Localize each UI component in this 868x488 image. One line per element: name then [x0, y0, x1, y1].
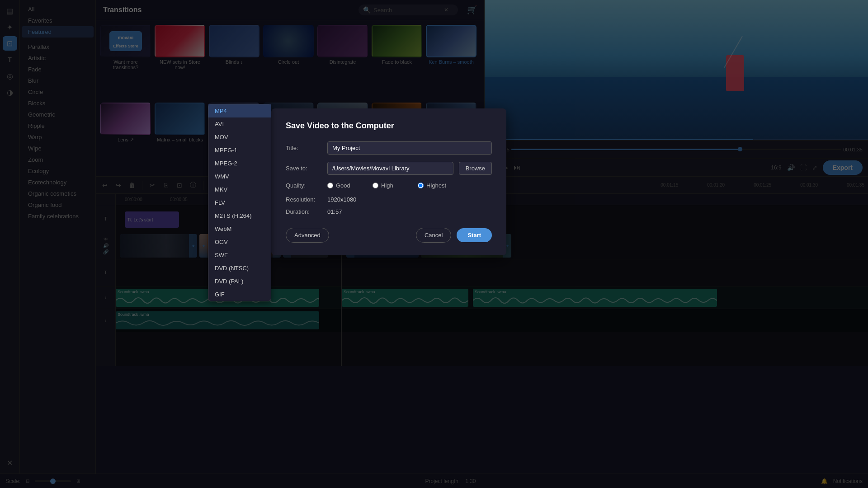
format-mov[interactable]: MOV — [208, 131, 271, 144]
format-flv[interactable]: FLV — [208, 196, 271, 209]
start-button[interactable]: Start — [457, 228, 492, 242]
save-to-row: Save to: Browse — [286, 162, 492, 175]
dialog-footer: Advanced Cancel Start — [286, 228, 492, 243]
save-path-input[interactable] — [327, 162, 453, 175]
quality-highest-radio[interactable] — [418, 183, 424, 188]
quality-high-radio[interactable] — [373, 183, 378, 188]
quality-label: Quality: — [286, 182, 322, 189]
format-mpeg1[interactable]: MPEG-1 — [208, 144, 271, 157]
quality-good[interactable]: Good — [327, 182, 363, 189]
dialog-overlay: MP4 AVI MOV MPEG-1 MPEG-2 WMV MKV FLV M2… — [0, 0, 868, 488]
format-swf[interactable]: SWF — [208, 249, 271, 262]
format-mpeg2[interactable]: MPEG-2 — [208, 157, 271, 170]
format-wmv[interactable]: WMV — [208, 170, 271, 183]
format-list: MP4 AVI MOV MPEG-1 MPEG-2 WMV MKV FLV M2… — [208, 104, 271, 301]
format-m2ts[interactable]: M2TS (H.264) — [208, 209, 271, 222]
format-avi[interactable]: AVI — [208, 117, 271, 131]
quality-options: Good High Highest — [327, 182, 454, 189]
quality-high[interactable]: High — [373, 182, 409, 189]
save-dialog: Save Video to the Computer Title: Save t… — [271, 108, 506, 255]
resolution-value: 868x488 — [327, 196, 356, 203]
title-label: Title: — [286, 145, 322, 151]
title-input[interactable] — [327, 141, 492, 155]
format-dvd-pal[interactable]: DVD (PAL) — [208, 275, 271, 288]
save-to-label: Save to: — [286, 165, 322, 172]
title-row: Title: — [286, 141, 492, 155]
dialog-title: Save Video to the Computer — [286, 121, 492, 131]
duration-label: Duration: — [286, 208, 322, 215]
format-mkv[interactable]: MKV — [208, 183, 271, 196]
format-ogv[interactable]: OGV — [208, 235, 271, 249]
quality-good-radio[interactable] — [327, 183, 333, 188]
duration-row: Duration: 01:57 — [286, 208, 492, 215]
format-dvd-ntsc[interactable]: DVD (NTSC) — [208, 262, 271, 275]
cancel-button[interactable]: Cancel — [416, 228, 451, 243]
quality-highest[interactable]: Highest — [418, 182, 454, 189]
format-mp4[interactable]: MP4 — [208, 104, 271, 117]
duration-value: 01:57 — [327, 208, 342, 215]
browse-button[interactable]: Browse — [459, 162, 492, 175]
advanced-button[interactable]: Advanced — [286, 228, 329, 243]
quality-row: Quality: Good High Highest — [286, 182, 492, 189]
resolution-row: Resolution: 868x488 — [286, 196, 492, 203]
resolution-label: Resolution: — [286, 196, 322, 203]
format-webm[interactable]: WebM — [208, 222, 271, 235]
format-gif[interactable]: GIF — [208, 288, 271, 301]
